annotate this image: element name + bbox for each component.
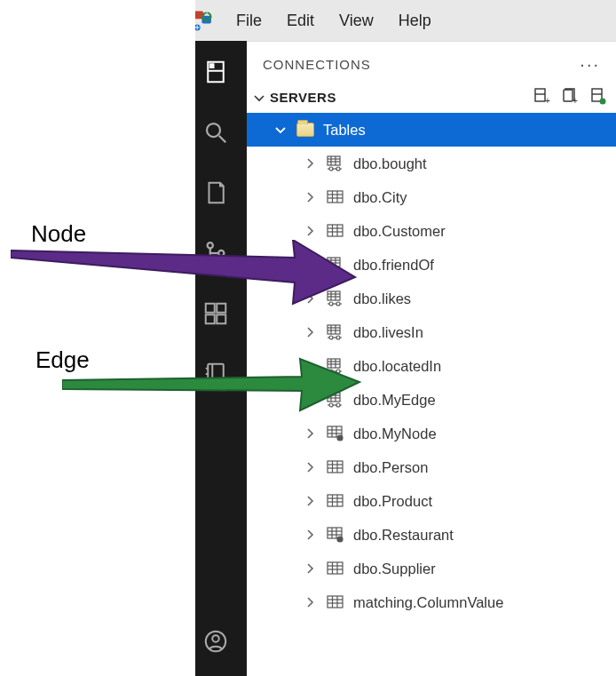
app-icon — [192, 8, 217, 33]
svg-rect-113 — [328, 495, 343, 506]
chevron-right-icon — [302, 190, 318, 204]
menu-help[interactable]: Help — [388, 8, 442, 34]
chevron-right-icon — [302, 595, 318, 609]
svg-point-57 — [329, 268, 333, 272]
activity-source-control[interactable]: 30 — [199, 236, 233, 270]
svg-point-68 — [336, 302, 340, 306]
svg-rect-52 — [328, 258, 340, 266]
table-name: dbo.Product — [353, 493, 432, 510]
svg-rect-92 — [328, 393, 340, 402]
activity-search[interactable] — [199, 115, 233, 149]
table-icon — [327, 527, 344, 543]
activity-book[interactable] — [199, 357, 233, 391]
svg-rect-15 — [206, 314, 215, 323]
table-name: matching.ColumnValue — [353, 594, 503, 611]
activity-account[interactable] — [199, 624, 233, 658]
table-row[interactable]: dbo.friendOf — [247, 248, 616, 282]
menu-file[interactable]: File — [225, 8, 272, 34]
svg-point-78 — [336, 336, 340, 339]
menubar: File Edit View Help — [185, 0, 616, 41]
chevron-right-icon — [302, 393, 318, 407]
table-row[interactable]: dbo.MyEdge — [247, 383, 616, 417]
table-icon — [327, 257, 344, 273]
folder-icon — [296, 123, 314, 137]
menu-view[interactable]: View — [328, 8, 384, 34]
table-icon — [327, 189, 344, 205]
folder-label: Tables — [323, 122, 366, 139]
svg-point-97 — [329, 403, 333, 407]
table-row[interactable]: dbo.Supplier — [247, 552, 616, 585]
svg-rect-24 — [535, 89, 545, 101]
svg-point-23 — [212, 635, 219, 642]
svg-point-12 — [218, 251, 224, 256]
table-row[interactable]: dbo.Restaurant — [247, 518, 616, 552]
svg-point-11 — [208, 258, 213, 264]
svg-rect-72 — [328, 325, 340, 334]
svg-rect-32 — [328, 156, 340, 165]
chevron-right-icon — [302, 528, 318, 542]
svg-point-87 — [329, 370, 333, 373]
table-row[interactable]: dbo.City — [247, 180, 616, 214]
activity-extensions[interactable] — [199, 297, 233, 330]
svg-point-10 — [208, 243, 213, 248]
chevron-down-icon — [252, 91, 266, 105]
svg-rect-129 — [328, 596, 343, 608]
chevron-right-icon — [302, 325, 318, 339]
svg-point-31 — [600, 99, 606, 105]
svg-text:+: + — [545, 96, 550, 105]
svg-point-58 — [336, 268, 340, 272]
table-name: dbo.friendOf — [353, 257, 434, 274]
table-icon — [327, 223, 344, 239]
svg-point-37 — [329, 167, 333, 171]
tree: Tables dbo.boughtdbo.Citydbo.Customerdbo… — [247, 113, 616, 676]
table-row[interactable]: dbo.livesIn — [247, 315, 616, 349]
table-row[interactable]: dbo.Customer — [247, 214, 616, 248]
activity-notebooks[interactable] — [199, 176, 233, 210]
table-row[interactable]: dbo.Person — [247, 450, 616, 484]
svg-point-88 — [336, 370, 340, 373]
svg-point-77 — [329, 336, 333, 339]
table-name: dbo.MyEdge — [353, 392, 436, 409]
table-icon — [327, 493, 344, 509]
svg-point-67 — [329, 302, 333, 306]
table-row[interactable]: dbo.locatedIn — [247, 349, 616, 383]
chevron-right-icon — [302, 460, 318, 474]
table-row[interactable]: dbo.bought — [247, 147, 616, 180]
svg-rect-14 — [217, 304, 225, 313]
app-window: File Edit View Help — [185, 0, 616, 676]
table-row[interactable]: matching.ColumnValue — [247, 585, 616, 619]
section-actions: + + — [533, 87, 607, 107]
svg-rect-13 — [206, 304, 215, 313]
panel-more-button[interactable]: ··· — [580, 54, 600, 75]
table-icon — [327, 392, 344, 408]
annotation-node-label: Node — [31, 220, 86, 248]
panel-title: CONNECTIONS — [263, 57, 371, 72]
table-icon — [327, 290, 344, 306]
chevron-right-icon — [302, 258, 318, 272]
menu-edit[interactable]: Edit — [276, 8, 325, 34]
section-title: SERVERS — [270, 90, 533, 105]
svg-point-107 — [337, 435, 343, 441]
svg-line-9 — [219, 136, 226, 143]
svg-rect-62 — [328, 291, 340, 300]
chevron-right-icon — [302, 156, 318, 171]
table-icon — [327, 155, 344, 171]
table-row[interactable]: dbo.likes — [247, 282, 616, 315]
table-name: dbo.Person — [353, 459, 428, 476]
new-connection-icon[interactable]: + — [533, 87, 550, 107]
source-control-badge: 30 — [214, 259, 236, 274]
activity-connections[interactable] — [199, 55, 233, 89]
table-row[interactable]: dbo.MyNode — [247, 417, 616, 450]
tables-folder[interactable]: Tables — [247, 113, 616, 147]
new-group-icon[interactable]: + — [561, 87, 579, 107]
chevron-right-icon — [302, 291, 318, 306]
table-name: dbo.Restaurant — [353, 527, 454, 544]
svg-rect-16 — [217, 314, 225, 323]
servers-section-header[interactable]: SERVERS + + — [247, 84, 616, 113]
table-icon — [327, 324, 344, 340]
svg-rect-47 — [328, 225, 343, 236]
table-row[interactable]: dbo.Product — [247, 484, 616, 518]
connection-status-icon[interactable] — [589, 87, 607, 107]
svg-rect-17 — [208, 364, 224, 385]
svg-point-8 — [207, 123, 220, 137]
